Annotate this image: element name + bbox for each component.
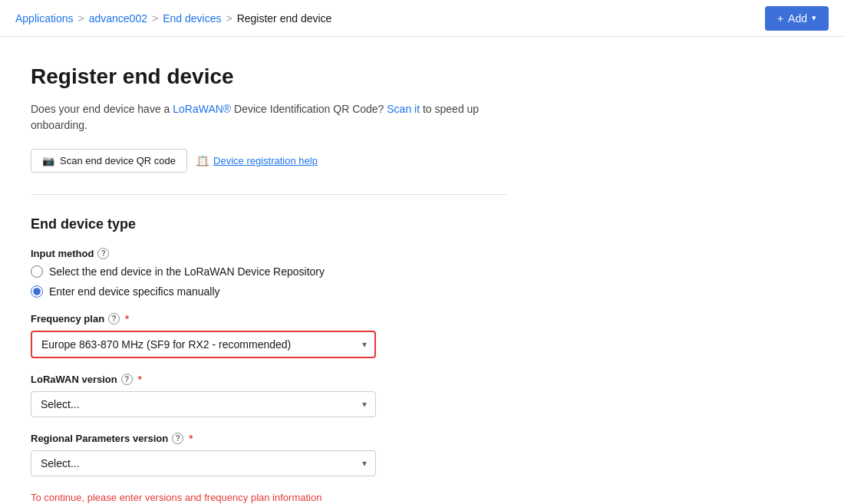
- breadcrumb-end-devices[interactable]: End devices: [163, 12, 221, 25]
- input-method-help-icon[interactable]: ?: [97, 248, 109, 259]
- lorawan-version-select[interactable]: Select...: [31, 391, 376, 417]
- add-button-label: Add: [788, 12, 807, 25]
- breadcrumb-sep-2: >: [152, 12, 158, 25]
- radio-manual-label: Enter end device specifics manually: [49, 285, 220, 298]
- radio-option-manual[interactable]: Enter end device specifics manually: [31, 285, 506, 298]
- main-content: Register end device Does your end device…: [0, 37, 537, 504]
- chevron-down-icon: ▾: [812, 13, 816, 23]
- plus-icon: +: [777, 12, 783, 25]
- frequency-plan-help-icon[interactable]: ?: [108, 313, 120, 324]
- regional-params-select-wrapper: Select... ▾: [31, 450, 376, 476]
- camera-icon: 📷: [42, 155, 54, 166]
- breadcrumb-advance002[interactable]: advance002: [89, 12, 147, 25]
- frequency-plan-group: Frequency plan ? * Europe 863-870 MHz (S…: [31, 313, 506, 358]
- breadcrumb-applications[interactable]: Applications: [15, 12, 74, 25]
- scan-link[interactable]: Scan it: [387, 103, 420, 115]
- input-method-label: Input method ?: [31, 248, 506, 259]
- help-link-label: Device registration help: [213, 155, 318, 166]
- breadcrumb-current: Register end device: [237, 12, 332, 25]
- lorawan-version-required: *: [138, 374, 142, 385]
- page-title: Register end device: [31, 64, 506, 89]
- regional-params-required: *: [189, 433, 193, 444]
- book-icon: 📋: [196, 155, 209, 166]
- regional-params-select[interactable]: Select...: [31, 450, 376, 476]
- frequency-plan-label: Frequency plan ? *: [31, 313, 506, 324]
- regional-params-label: Regional Parameters version ? *: [31, 433, 506, 444]
- regional-params-group: Regional Parameters version ? * Select..…: [31, 433, 506, 476]
- scan-qr-button[interactable]: 📷 Scan end device QR code: [31, 149, 187, 173]
- radio-group: Select the end device in the LoRaWAN Dev…: [31, 265, 506, 298]
- regional-params-help-icon[interactable]: ?: [172, 433, 183, 444]
- breadcrumb: Applications > advance002 > End devices …: [15, 12, 331, 25]
- frequency-plan-select[interactable]: Europe 863-870 MHz (SF9 for RX2 - recomm…: [31, 331, 376, 358]
- error-message: To continue, please enter versions and f…: [31, 492, 506, 503]
- scan-button-label: Scan end device QR code: [60, 155, 176, 166]
- breadcrumb-sep-3: >: [226, 12, 232, 25]
- topbar: Applications > advance002 > End devices …: [0, 0, 844, 37]
- input-method-group: Input method ? Select the end device in …: [31, 248, 506, 298]
- radio-repository-label: Select the end device in the LoRaWAN Dev…: [49, 265, 325, 278]
- frequency-plan-required: *: [125, 313, 129, 324]
- radio-manual[interactable]: [31, 285, 43, 298]
- lorawan-version-label: LoRaWAN version ? *: [31, 374, 506, 385]
- breadcrumb-sep-1: >: [78, 12, 84, 25]
- action-buttons: 📷 Scan end device QR code 📋 Device regis…: [31, 149, 506, 173]
- lorawan-link[interactable]: LoRaWAN®: [173, 103, 231, 115]
- device-registration-help-link[interactable]: 📋 Device registration help: [196, 149, 318, 173]
- lorawan-version-group: LoRaWAN version ? * Select... ▾: [31, 374, 506, 417]
- lorawan-version-help-icon[interactable]: ?: [121, 374, 133, 385]
- intro-text: Does your end device have a LoRaWAN® Dev…: [31, 101, 506, 133]
- frequency-plan-select-wrapper: Europe 863-870 MHz (SF9 for RX2 - recomm…: [31, 331, 376, 358]
- section-title: End device type: [31, 216, 506, 232]
- radio-option-repository[interactable]: Select the end device in the LoRaWAN Dev…: [31, 265, 506, 278]
- radio-repository[interactable]: [31, 265, 43, 278]
- lorawan-version-select-wrapper: Select... ▾: [31, 391, 376, 417]
- section-divider: [31, 194, 506, 195]
- add-button[interactable]: + Add ▾: [765, 6, 829, 31]
